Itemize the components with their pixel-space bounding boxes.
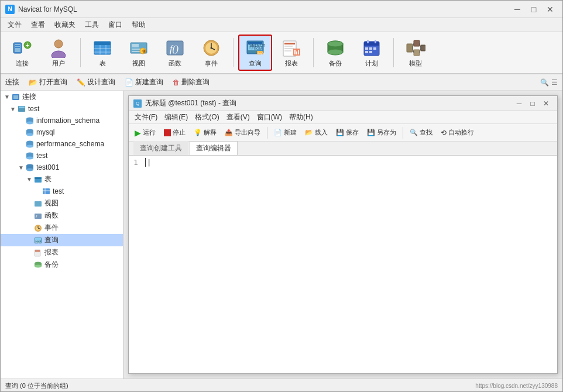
sidebar-item-connection[interactable]: ▼ 连接 xyxy=(1,91,123,103)
sidebar-item-functions[interactable]: f 函数 xyxy=(1,209,123,222)
run-btn[interactable]: ▶ 运行 xyxy=(131,126,159,139)
export-wizard-btn[interactable]: 📤 导出向导 xyxy=(221,126,264,139)
sidebar-item-reports[interactable]: 报表 xyxy=(1,246,123,259)
svg-point-76 xyxy=(26,145,33,148)
toolbar-table[interactable]: 表 xyxy=(85,35,119,71)
tab-query-editor[interactable]: 查询编辑器 xyxy=(190,141,238,155)
inner-menu-format[interactable]: 格式(O) xyxy=(191,111,222,123)
arrow-perf-schema xyxy=(17,140,25,148)
menu-help[interactable]: 帮助 xyxy=(127,19,150,31)
event-icon xyxy=(201,37,222,58)
tab-query-builder[interactable]: 查询创建工具 xyxy=(133,141,188,155)
app-icon: N xyxy=(5,5,15,14)
sidebar-item-test-server[interactable]: ▼ test xyxy=(1,103,123,115)
inner-menu-file[interactable]: 文件(F) xyxy=(131,111,161,123)
find-btn[interactable]: 🔍 查找 xyxy=(406,126,436,139)
menu-file[interactable]: 文件 xyxy=(3,19,26,31)
menu-tools[interactable]: 工具 xyxy=(80,19,104,31)
arrow-test-db xyxy=(17,152,25,160)
svg-rect-2 xyxy=(15,45,20,46)
toolbar-user[interactable]: 用户 xyxy=(42,35,75,71)
toolbar-backup[interactable]: 备份 xyxy=(318,35,352,71)
menu-bar: 文件 查看 收藏夹 工具 窗口 帮助 xyxy=(1,18,562,32)
toolbar-view[interactable]: 👁 视图 xyxy=(122,35,156,71)
svg-rect-85 xyxy=(43,188,50,194)
svg-rect-38 xyxy=(284,50,291,51)
minimize-button[interactable]: ─ xyxy=(510,3,525,16)
sidebar-item-backups[interactable]: 备份 xyxy=(1,259,123,271)
delete-query-btn[interactable]: 🗑 删除查询 xyxy=(168,76,214,88)
sidebar-item-test001[interactable]: ▼ test001 xyxy=(1,161,123,173)
toolbar-schedule[interactable]: 计划 xyxy=(355,35,389,71)
sidebar-item-performance-schema[interactable]: performance_schema xyxy=(1,138,123,150)
sidebar-item-views[interactable]: 视图 xyxy=(1,197,123,209)
search-area: 🔍 ☰ xyxy=(540,78,558,87)
stop-label: 停止 xyxy=(173,128,186,137)
menu-window[interactable]: 窗口 xyxy=(104,19,127,31)
toolbar-query[interactable]: SELECT * FROM SQL 查询 xyxy=(238,35,272,71)
arrow-mysql xyxy=(17,128,25,136)
events-icon xyxy=(33,223,43,233)
content-area: Q 无标题 @test001 (test) - 查询 ─ □ ✕ 文件(F) 编… xyxy=(123,91,562,379)
sidebar-item-tables[interactable]: ▼ 表 xyxy=(1,173,123,185)
explain-btn[interactable]: 💡 解释 xyxy=(190,126,220,139)
svg-rect-65 xyxy=(13,95,18,99)
save-as-btn[interactable]: 💾 另存为 xyxy=(363,126,400,139)
sidebar-item-events[interactable]: 事件 xyxy=(1,222,123,234)
new-btn[interactable]: 📄 新建 xyxy=(270,126,300,139)
line-number-1: 1 xyxy=(133,158,138,167)
svg-rect-99 xyxy=(35,250,40,252)
toolbar-report[interactable]: 报表 xyxy=(274,35,308,71)
inner-menu-edit[interactable]: 编辑(E) xyxy=(161,111,191,123)
close-button[interactable]: ✕ xyxy=(543,3,558,16)
find-icon: 🔍 xyxy=(410,129,418,136)
toolbar-model[interactable]: 模型 xyxy=(399,35,432,71)
connection-icon xyxy=(11,92,20,102)
toolbar-connect[interactable]: + 连接 xyxy=(5,35,39,71)
save-btn[interactable]: 💾 保存 xyxy=(332,126,362,139)
query-editor-area[interactable]: 1 | xyxy=(129,156,557,373)
inner-window-title: 无标题 @test001 (test) - 查询 xyxy=(145,98,513,108)
sidebar-item-information-schema[interactable]: information_schema xyxy=(1,115,123,126)
arrow-tables: ▼ xyxy=(25,176,33,184)
load-btn[interactable]: 📂 载入 xyxy=(301,126,331,139)
save-as-icon: 💾 xyxy=(367,129,375,136)
menu-view[interactable]: 查看 xyxy=(26,19,50,31)
functions-icon: f xyxy=(33,211,43,221)
inner-menu-help[interactable]: 帮助(H) xyxy=(286,111,317,123)
svg-text:f(): f() xyxy=(170,44,178,54)
stop-btn[interactable]: 停止 xyxy=(160,126,189,139)
toolbar-event[interactable]: 事件 xyxy=(194,35,228,71)
sidebar-item-test-table[interactable]: test xyxy=(1,185,123,197)
inner-separator-1 xyxy=(267,127,267,139)
toolbar-separator-4 xyxy=(393,38,394,67)
sidebar-item-test-db[interactable]: test xyxy=(1,150,123,161)
inner-close-btn[interactable]: ✕ xyxy=(540,98,552,109)
inner-menu-window[interactable]: 窗口(W) xyxy=(253,111,286,123)
search-icon: 🔍 xyxy=(540,78,549,87)
open-query-btn[interactable]: 📂 打开查询 xyxy=(24,76,72,88)
toolbar-function[interactable]: f() 函数 xyxy=(158,35,192,71)
inner-window-icon: Q xyxy=(133,99,142,108)
inner-menu-view[interactable]: 查看(V) xyxy=(223,111,253,123)
sidebar-item-mysql[interactable]: mysql xyxy=(1,126,123,138)
new-query-btn[interactable]: 📄 新建查询 xyxy=(120,76,168,88)
new-label: 新建 xyxy=(284,128,297,137)
export-icon: 📤 xyxy=(225,129,233,136)
save-as-label: 另存为 xyxy=(377,128,396,137)
load-label: 载入 xyxy=(315,128,328,137)
auto-wrap-btn[interactable]: ⟲ 自动换行 xyxy=(437,126,478,139)
svg-rect-52 xyxy=(369,47,372,50)
design-query-btn[interactable]: ✏️ 设计查询 xyxy=(72,76,120,88)
maximize-button[interactable]: □ xyxy=(526,3,541,16)
sidebar-views-label: 视图 xyxy=(44,198,59,208)
sidebar-item-queries[interactable]: SQL 查询 xyxy=(1,234,123,246)
sidebar-test-table-label: test xyxy=(53,187,64,195)
svg-text:SQL: SQL xyxy=(35,240,41,243)
menu-favorites[interactable]: 收藏夹 xyxy=(50,19,80,31)
inner-minimize-btn[interactable]: ─ xyxy=(513,98,526,109)
tables-folder-icon xyxy=(33,175,43,184)
svg-rect-3 xyxy=(15,47,20,48)
inner-maximize-btn[interactable]: □ xyxy=(526,98,539,109)
save-label: 保存 xyxy=(346,128,359,137)
